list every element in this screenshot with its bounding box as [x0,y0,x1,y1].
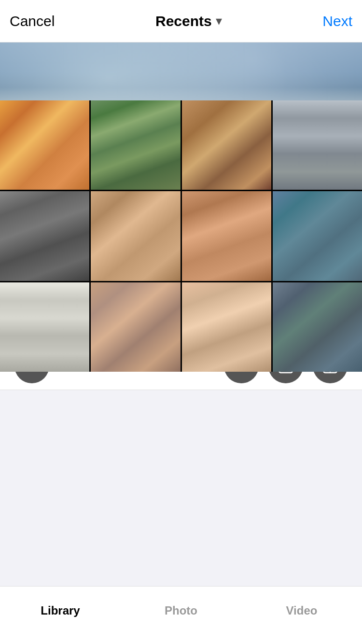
photo-cell[interactable] [273,282,362,372]
photo-grid [0,100,362,372]
header: Cancel Recents ▾ Next [0,0,362,42]
photo-cell[interactable] [91,191,180,280]
photo-cell[interactable] [0,191,89,280]
photo-cell[interactable] [182,191,271,280]
photo-cell[interactable] [91,100,180,190]
photo-cell[interactable] [182,282,271,372]
photo-cell[interactable] [273,100,362,190]
chevron-down-icon: ▾ [216,14,222,28]
photo-cell[interactable] [91,282,180,372]
photo-tab-label: Photo [165,604,197,617]
nav-photo[interactable]: Photo [121,604,241,617]
bottom-navigation: Library Photo Video [0,586,362,644]
photo-grid-area [0,100,362,586]
photo-cell[interactable] [0,100,89,190]
video-tab-label: Video [286,604,318,617]
next-button[interactable]: Next [322,13,352,29]
photo-cell[interactable] [182,100,271,190]
album-title: Recents [155,13,212,29]
cancel-button[interactable]: Cancel [10,13,55,29]
photo-cell[interactable] [0,282,89,372]
nav-library[interactable]: Library [0,604,121,617]
photo-cell[interactable] [273,191,362,280]
library-tab-label: Library [41,604,80,617]
album-picker[interactable]: Recents ▾ [155,13,222,29]
nav-video[interactable]: Video [241,604,362,617]
